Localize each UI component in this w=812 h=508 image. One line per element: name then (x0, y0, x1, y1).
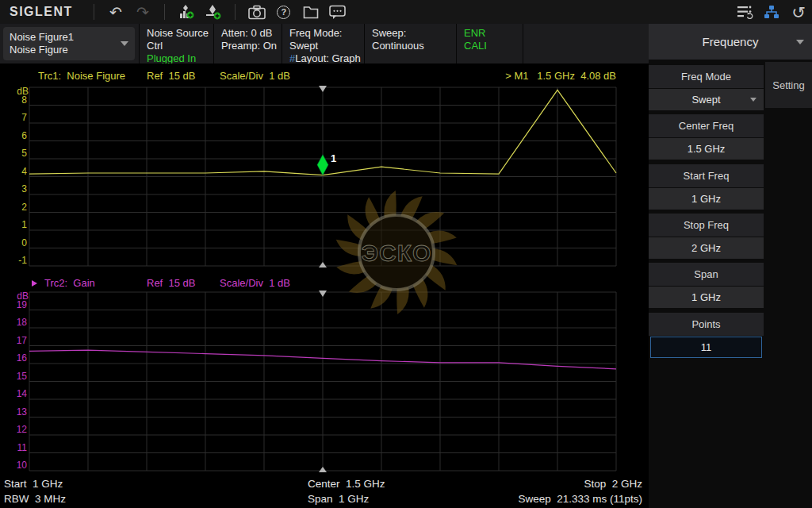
network-icon[interactable] (758, 2, 785, 22)
enr-flag: ENR (464, 27, 523, 40)
center-freq-control: Center Freq 1.5 GHz (649, 114, 764, 160)
svg-text:16: 16 (17, 352, 28, 364)
start-freq-control: Start Freq 1 GHz (649, 164, 764, 210)
trace2-ref-level[interactable]: Ref 15 dB (147, 277, 195, 289)
stop-freq-input[interactable]: 2 GHz (649, 237, 764, 259)
svg-text:5: 5 (21, 148, 27, 159)
measurement-selector[interactable]: Noise Figure1 Noise Figure (3, 27, 135, 60)
atten-preamp-status[interactable]: Atten: 0 dB Preamp: On (214, 24, 282, 64)
top-toolbar: SIGLENT ↶ ↷ ? (0, 0, 812, 24)
svg-text:11: 11 (17, 442, 28, 453)
svg-text:8: 8 (21, 94, 27, 106)
span-label: Span (649, 263, 764, 286)
stop-freq-readout: Stop 2 GHz (584, 478, 642, 490)
rbw-readout: RBW 3 MHz (4, 493, 66, 505)
svg-text:19: 19 (17, 299, 28, 310)
cali-flag: CALI (464, 40, 523, 52)
stop-freq-control: Stop Freq 2 GHz (649, 214, 764, 259)
status-bar-filler (523, 24, 649, 64)
svg-text:3: 3 (21, 183, 27, 194)
noise-source-status[interactable]: Noise Source Ctrl Plugged In (140, 24, 214, 64)
center-freq-label: Center Freq (649, 114, 764, 137)
panel-header-dropdown[interactable]: Frequency (649, 24, 812, 60)
span-input[interactable]: 1 GHz (649, 287, 764, 308)
trace1-scale[interactable]: Scale/Div 1 dB (220, 70, 290, 82)
marker1-readout: > M1 1.5 GHz 4.08 dB (505, 70, 616, 82)
frequency-panel: Frequency Setting Freq Mode Swept Center… (649, 24, 812, 508)
add-marker-icon[interactable] (200, 2, 227, 22)
measurement-selector-cell: Noise Figure1 Noise Figure (0, 24, 140, 64)
svg-text:7: 7 (21, 112, 27, 123)
status-bar: Noise Figure1 Noise Figure Noise Source … (0, 24, 649, 64)
stop-freq-label: Stop Freq (649, 214, 764, 237)
chart-area: dB876543210-11dB19181716151413121110 Trc… (0, 64, 649, 476)
message-icon[interactable] (324, 2, 351, 22)
chevron-down-icon (121, 41, 128, 46)
sweep-time-readout: Sweep 21.333 ms (11pts) (518, 493, 642, 505)
task-list-icon[interactable] (731, 2, 758, 22)
trace2-title[interactable]: Trc2: Gain (44, 277, 95, 289)
trace1-title[interactable]: Trc1: Noise Figure (38, 70, 125, 82)
history-restore-icon[interactable]: ↺ (785, 2, 812, 22)
svg-text:14: 14 (17, 388, 28, 399)
siglent-logo: SIGLENT (10, 5, 73, 19)
sweep-status[interactable]: Sweep: Continuous (365, 24, 457, 64)
toolbar-separator (164, 4, 165, 20)
freq-mode-label: Freq Mode (649, 65, 764, 88)
toolbar-separator (235, 4, 236, 20)
chevron-down-icon (796, 40, 804, 44)
trace2-scale[interactable]: Scale/Div 1 dB (220, 277, 290, 289)
measurement-type: Noise Figure (10, 44, 121, 56)
svg-text:1: 1 (331, 152, 336, 164)
add-trace-icon[interactable] (173, 2, 200, 22)
measurement-name: Noise Figure1 (10, 31, 121, 44)
span-control: Span 1 GHz (649, 263, 764, 308)
start-freq-input[interactable]: 1 GHz (649, 188, 764, 210)
chevron-down-icon (750, 98, 756, 102)
file-folder-icon[interactable] (297, 2, 324, 22)
sweep-info-bar: Start 1 GHz Center 1.5 GHz Stop 2 GHz RB… (0, 476, 649, 508)
freq-mode-select[interactable]: Swept (649, 89, 764, 110)
active-trace-arrow-icon (32, 280, 37, 287)
toolbar-separator (94, 4, 94, 20)
panel-title: Frequency (703, 35, 759, 48)
tab-setting[interactable]: Setting (765, 62, 812, 108)
svg-text:10: 10 (17, 460, 28, 471)
trace1-ref-level[interactable]: Ref 15 dB (147, 70, 195, 82)
points-control: Points 11 (649, 313, 764, 358)
svg-text:18: 18 (17, 317, 28, 328)
svg-text:0: 0 (21, 237, 27, 248)
svg-text:6: 6 (21, 130, 27, 141)
screenshot-camera-icon[interactable] (243, 2, 270, 22)
svg-text:17: 17 (17, 335, 28, 346)
svg-text:12: 12 (17, 424, 28, 435)
svg-text:13: 13 (17, 406, 28, 418)
freqmode-layout-status[interactable]: Freq Mode: Swept #Layout: Graph (282, 24, 365, 64)
enr-cali-status[interactable]: ENR CALI (457, 24, 523, 64)
traces-plot[interactable]: dB876543210-11dB19181716151413121110 (0, 64, 649, 476)
center-freq-input[interactable]: 1.5 GHz (649, 138, 764, 160)
points-label: Points (649, 313, 764, 336)
redo-icon[interactable]: ↷ (129, 2, 156, 22)
svg-text:15: 15 (17, 371, 28, 382)
span-readout: Span 1 GHz (308, 493, 369, 505)
svg-text:-1: -1 (18, 255, 27, 266)
svg-text:1: 1 (21, 219, 27, 230)
points-input[interactable]: 11 (650, 337, 762, 358)
start-freq-label: Start Freq (649, 164, 764, 187)
center-freq-readout: Center 1.5 GHz (308, 478, 385, 490)
freq-mode-control: Freq Mode Swept (649, 65, 764, 110)
start-freq-readout: Start 1 GHz (4, 478, 63, 490)
help-icon[interactable]: ? (270, 2, 297, 22)
svg-text:2: 2 (21, 202, 27, 213)
undo-icon[interactable]: ↶ (102, 2, 129, 22)
svg-text:4: 4 (21, 166, 27, 177)
